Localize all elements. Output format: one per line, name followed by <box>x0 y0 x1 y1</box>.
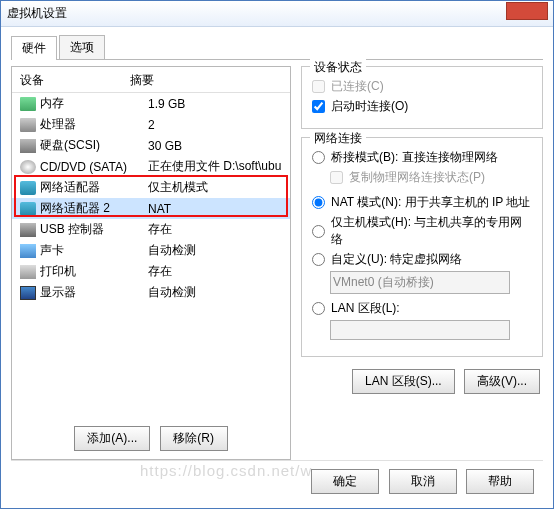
hardware-row[interactable]: 硬盘(SCSI)30 GB <box>12 135 290 156</box>
bridged-label: 桥接模式(B): 直接连接物理网络 <box>331 149 498 166</box>
col-summary: 摘要 <box>130 72 154 89</box>
hardware-row[interactable]: 显示器自动检测 <box>12 282 290 303</box>
tabs: 硬件 选项 <box>11 35 543 60</box>
bridged-radio[interactable]: 桥接模式(B): 直接连接物理网络 <box>312 149 532 166</box>
cancel-button[interactable]: 取消 <box>389 469 457 494</box>
dialog-body: 硬件 选项 设备 摘要 内存1.9 GB处理器2硬盘(SCSI)30 GBCD/… <box>1 27 553 508</box>
lan-segments-button[interactable]: LAN 区段(S)... <box>352 369 455 394</box>
hardware-rows: 内存1.9 GB处理器2硬盘(SCSI)30 GBCD/DVD (SATA)正在… <box>12 93 290 418</box>
status-legend: 设备状态 <box>310 59 366 76</box>
add-button[interactable]: 添加(A)... <box>74 426 150 451</box>
device-icon <box>20 97 36 111</box>
custom-radio[interactable]: 自定义(U): 特定虚拟网络 <box>312 251 532 268</box>
tab-hardware[interactable]: 硬件 <box>11 36 57 60</box>
bridged-input[interactable] <box>312 151 325 164</box>
device-summary: 自动检测 <box>148 242 282 259</box>
lanseg-label: LAN 区段(L): <box>331 300 400 317</box>
help-button[interactable]: 帮助 <box>466 469 534 494</box>
custom-label: 自定义(U): 特定虚拟网络 <box>331 251 462 268</box>
device-name: CD/DVD (SATA) <box>40 160 148 174</box>
hostonly-label: 仅主机模式(H): 与主机共享的专用网络 <box>331 214 532 248</box>
col-device: 设备 <box>20 72 130 89</box>
device-name: 打印机 <box>40 263 148 280</box>
replicate-input <box>330 171 343 184</box>
hardware-row[interactable]: 内存1.9 GB <box>12 93 290 114</box>
remove-button[interactable]: 移除(R) <box>160 426 228 451</box>
device-summary: 2 <box>148 118 282 132</box>
device-summary: 30 GB <box>148 139 282 153</box>
right-buttons: LAN 区段(S)... 高级(V)... <box>301 369 543 394</box>
replicate-label: 复制物理网络连接状态(P) <box>349 169 485 186</box>
hardware-row[interactable]: 声卡自动检测 <box>12 240 290 261</box>
device-name: 网络适配器 2 <box>40 200 148 217</box>
tab-options[interactable]: 选项 <box>59 35 105 59</box>
replicate-checkbox: 复制物理网络连接状态(P) <box>330 169 532 186</box>
hardware-row[interactable]: CD/DVD (SATA)正在使用文件 D:\soft\ubuntu-14.04… <box>12 156 290 177</box>
right-panel: 设备状态 已连接(C) 启动时连接(O) 网络连接 桥接模式(B): 直接连接物 <box>301 66 543 460</box>
connect-on-start-checkbox[interactable]: 启动时连接(O) <box>312 98 532 115</box>
hardware-row[interactable]: 处理器2 <box>12 114 290 135</box>
hardware-list-panel: 设备 摘要 内存1.9 GB处理器2硬盘(SCSI)30 GBCD/DVD (S… <box>11 66 291 460</box>
device-icon <box>20 202 36 216</box>
device-name: 硬盘(SCSI) <box>40 137 148 154</box>
connected-input <box>312 80 325 93</box>
vm-settings-dialog: 虚拟机设置 硬件 选项 设备 摘要 内存1.9 GB处理器2硬盘(SCSI)30… <box>0 0 554 509</box>
lanseg-radio[interactable]: LAN 区段(L): <box>312 300 532 317</box>
connected-label: 已连接(C) <box>331 78 384 95</box>
device-icon <box>20 139 36 153</box>
hardware-row[interactable]: 网络适配器仅主机模式 <box>12 177 290 198</box>
lanseg-select <box>330 320 510 340</box>
device-icon <box>20 286 36 300</box>
device-summary: 存在 <box>148 263 282 280</box>
connected-checkbox[interactable]: 已连接(C) <box>312 78 532 95</box>
connect-on-label: 启动时连接(O) <box>331 98 408 115</box>
window-title: 虚拟机设置 <box>7 5 547 22</box>
device-summary: NAT <box>148 202 282 216</box>
device-icon <box>20 244 36 258</box>
vmnet-select: VMnet0 (自动桥接) <box>330 271 510 294</box>
advanced-button[interactable]: 高级(V)... <box>464 369 540 394</box>
dialog-footer: 确定 取消 帮助 <box>11 460 543 502</box>
device-status-group: 设备状态 已连接(C) 启动时连接(O) <box>301 66 543 129</box>
net-legend: 网络连接 <box>310 130 366 147</box>
device-icon <box>20 118 36 132</box>
network-connection-group: 网络连接 桥接模式(B): 直接连接物理网络 复制物理网络连接状态(P) NAT… <box>301 137 543 357</box>
device-summary: 自动检测 <box>148 284 282 301</box>
hardware-row[interactable]: 网络适配器 2NAT <box>12 198 290 219</box>
device-summary: 正在使用文件 D:\soft\ubuntu-14.04... <box>148 158 282 175</box>
connect-on-input[interactable] <box>312 100 325 113</box>
lanseg-input[interactable] <box>312 302 325 315</box>
hostonly-radio[interactable]: 仅主机模式(H): 与主机共享的专用网络 <box>312 214 532 248</box>
device-icon <box>20 181 36 195</box>
device-icon <box>20 160 36 174</box>
titlebar: 虚拟机设置 <box>1 1 553 27</box>
device-name: 内存 <box>40 95 148 112</box>
device-summary: 仅主机模式 <box>148 179 282 196</box>
device-icon <box>20 223 36 237</box>
device-summary: 1.9 GB <box>148 97 282 111</box>
hardware-header: 设备 摘要 <box>12 67 290 93</box>
main-area: 设备 摘要 内存1.9 GB处理器2硬盘(SCSI)30 GBCD/DVD (S… <box>11 66 543 460</box>
device-icon <box>20 265 36 279</box>
nat-radio[interactable]: NAT 模式(N): 用于共享主机的 IP 地址 <box>312 194 532 211</box>
nat-label: NAT 模式(N): 用于共享主机的 IP 地址 <box>331 194 530 211</box>
device-name: 网络适配器 <box>40 179 148 196</box>
hardware-buttons: 添加(A)... 移除(R) <box>12 418 290 459</box>
device-name: 处理器 <box>40 116 148 133</box>
device-name: 显示器 <box>40 284 148 301</box>
device-name: 声卡 <box>40 242 148 259</box>
ok-button[interactable]: 确定 <box>311 469 379 494</box>
nat-input[interactable] <box>312 196 325 209</box>
hardware-row[interactable]: USB 控制器存在 <box>12 219 290 240</box>
device-name: USB 控制器 <box>40 221 148 238</box>
hostonly-input[interactable] <box>312 225 325 238</box>
close-icon[interactable] <box>506 2 548 20</box>
custom-input[interactable] <box>312 253 325 266</box>
device-summary: 存在 <box>148 221 282 238</box>
hardware-row[interactable]: 打印机存在 <box>12 261 290 282</box>
